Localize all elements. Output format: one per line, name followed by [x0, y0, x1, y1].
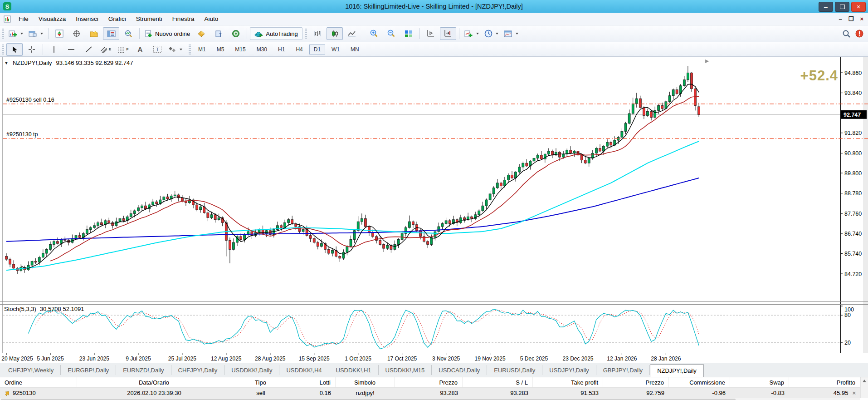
menu-inserisci[interactable]: Inserisci [71, 15, 103, 22]
fibonacci-tool-button[interactable]: F [115, 43, 131, 56]
trendline-tool-button[interactable] [80, 43, 97, 56]
column-header: Swap [730, 377, 789, 387]
profiles-icon [29, 30, 37, 38]
mdi-close-button[interactable]: × [860, 15, 863, 22]
chart-tab[interactable]: GBPJPY!,Daily [596, 365, 650, 375]
chart-tab[interactable]: USDDKK!,H4 [279, 365, 329, 375]
menu-finestra[interactable]: Finestra [167, 15, 200, 22]
toolbar-grip[interactable] [2, 29, 4, 39]
timeframe-m30[interactable]: M30 [252, 44, 272, 54]
metaeditor-button[interactable] [193, 27, 210, 40]
chart-tab[interactable]: USDDKK!,M15 [379, 365, 432, 375]
indicators-button[interactable] [462, 27, 481, 40]
toolbar-separator [43, 44, 43, 55]
chart-tab[interactable]: EURUSD!,Daily [487, 365, 542, 375]
restore-button[interactable] [835, 2, 849, 12]
search-icon[interactable] [842, 30, 851, 38]
community-button[interactable] [228, 27, 244, 40]
profiles-button[interactable] [26, 27, 45, 40]
timeframe-h4[interactable]: H4 [291, 44, 307, 54]
timeframe-h1[interactable]: H1 [273, 44, 289, 54]
chart-window: 94.86093.84091.82090.80089.80088.78087.7… [0, 57, 868, 363]
timeframe-w1[interactable]: W1 [327, 44, 344, 54]
toolbar-grip[interactable] [305, 29, 307, 39]
chart-tab[interactable]: EURNZD!,Daily [116, 365, 171, 375]
timeframe-m5[interactable]: M5 [212, 44, 229, 54]
column-header: S / L [463, 377, 533, 387]
market-watch-icon [55, 30, 63, 38]
navigator-button[interactable] [86, 27, 102, 40]
chart-tab[interactable]: USDCAD!,Daily [432, 365, 487, 375]
market-watch-button[interactable] [51, 27, 68, 40]
menu-visualizza[interactable]: Visualizza [34, 15, 71, 22]
chart-tab[interactable]: EURGBP!,Daily [61, 365, 116, 375]
svg-text:23 Jun 2025: 23 Jun 2025 [79, 356, 109, 362]
chart-tab[interactable]: USDDKK!,Daily [224, 365, 279, 375]
horizontal-line-tool-button[interactable] [63, 43, 79, 56]
chart-symbol-label[interactable]: ▼ NZDJPY!,Daily 93.146 93.335 92.629 92.… [4, 59, 133, 66]
menu-aiuto[interactable]: Aiuto [199, 15, 223, 22]
close-position-icon[interactable]: × [852, 390, 856, 396]
new-order-button[interactable]: Nuovo ordine [142, 27, 192, 40]
mdi-minimize-button[interactable]: – [839, 15, 842, 22]
crosshair-tool-button[interactable] [24, 43, 40, 56]
scroll-up-icon[interactable] [863, 380, 866, 382]
candlestick-chart-type-button[interactable] [327, 27, 343, 40]
chart-tab[interactable]: CHFJPY!,Weekly [1, 365, 61, 375]
svg-text:92.747: 92.747 [844, 112, 861, 118]
menu-file[interactable]: File [14, 15, 34, 22]
vertical-scrollbar[interactable] [860, 377, 868, 398]
auto-scroll-button[interactable] [440, 27, 456, 40]
collapse-triangle-icon[interactable]: ▼ [4, 60, 9, 65]
new-chart-button[interactable] [6, 27, 25, 40]
restore-icon [840, 5, 845, 9]
chart-tab[interactable]: CHFJPY!,Daily [171, 365, 225, 375]
data-window-button[interactable] [68, 27, 85, 40]
zoom-in-button[interactable] [366, 27, 382, 40]
timeframe-m1[interactable]: M1 [194, 44, 210, 54]
line-chart-type-button[interactable] [344, 27, 360, 40]
autotrading-button[interactable]: AutoTrading [250, 27, 302, 40]
menu-strumenti[interactable]: Strumenti [131, 15, 167, 22]
tile-windows-button[interactable] [400, 27, 417, 40]
window-title: 1016: SkillingLimited-Live - Skilling Li… [345, 3, 523, 10]
chart-shift-button[interactable] [423, 27, 439, 40]
channel-tool-button[interactable]: E [98, 43, 114, 56]
templates-button[interactable] [502, 27, 521, 40]
notification-icon[interactable] [855, 30, 863, 38]
toolbar-right-icons [842, 25, 863, 42]
toolbar-separator [48, 28, 49, 39]
timeframe-m15[interactable]: M15 [230, 44, 250, 54]
shapes-tool-button[interactable] [166, 43, 185, 56]
chart-tab[interactable]: USDDKK!,H1 [329, 365, 379, 375]
dropdown-caret-icon [40, 33, 43, 35]
order-row[interactable]: 92501302026.02.10 23:39:30sell0.16nzdjpy… [0, 388, 868, 398]
chart-tab[interactable]: NZDJPY!,Daily [650, 364, 704, 377]
svg-text:9 Jul 2025: 9 Jul 2025 [126, 356, 151, 362]
periods-button[interactable] [482, 27, 501, 40]
mdi-restore-button[interactable]: ❐ [848, 15, 854, 22]
svg-text:28 Aug 2025: 28 Aug 2025 [255, 356, 286, 362]
timeframe-d1[interactable]: D1 [309, 44, 325, 54]
zoom-out-button[interactable] [383, 27, 400, 40]
text-tool-button[interactable]: A [132, 43, 148, 56]
strategy-tester-button[interactable] [120, 27, 137, 40]
cursor-tool-button[interactable] [6, 43, 23, 56]
indicators-icon [464, 30, 473, 38]
toolbar-grip[interactable] [2, 44, 4, 54]
chart-canvas[interactable]: 94.86093.84091.82090.80089.80088.78087.7… [0, 57, 868, 363]
close-button[interactable]: × [851, 2, 866, 12]
column-header: Prezzo [603, 377, 669, 387]
menu-grafici[interactable]: Grafici [103, 15, 131, 22]
label-tool-button[interactable]: T [149, 43, 166, 56]
stochastic-label[interactable]: Stoch(5,3,3) 30.5708 52.1091 [4, 306, 84, 312]
horizontal-scrollbar[interactable] [0, 398, 860, 400]
vertical-line-tool-button[interactable] [46, 43, 62, 56]
chart-tab[interactable]: USDJPY!,Daily [542, 365, 596, 375]
minimize-button[interactable]: – [819, 2, 833, 12]
terminal-button[interactable] [103, 27, 119, 40]
toolbar-grip[interactable] [189, 44, 191, 54]
mql5-button[interactable] [210, 27, 227, 40]
bar-chart-type-button[interactable] [309, 27, 326, 40]
timeframe-mn[interactable]: MN [346, 44, 364, 54]
